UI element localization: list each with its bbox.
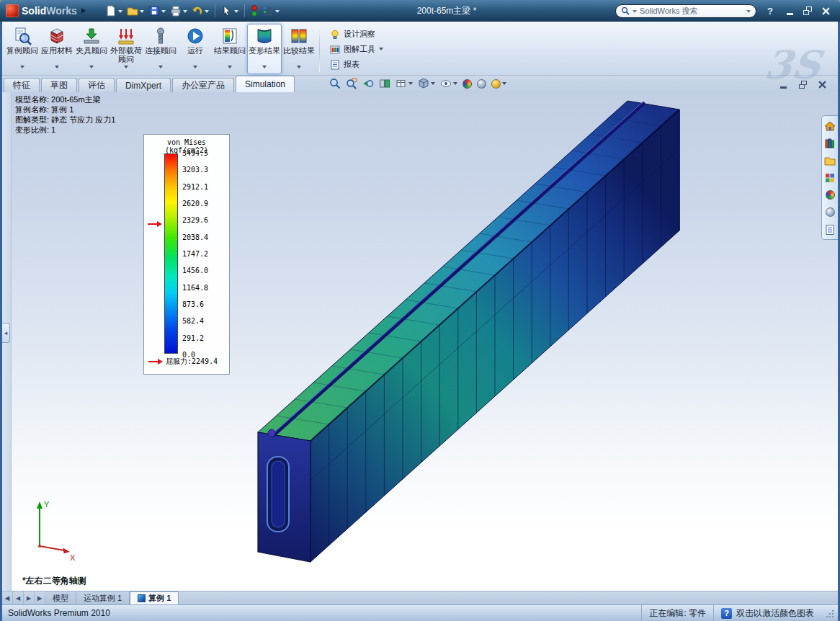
ribbon-button-label: 夹具顾问 bbox=[75, 46, 108, 64]
chevron-down-icon bbox=[275, 10, 280, 15]
yield-strength-row: 屈服力:2249.4 bbox=[148, 357, 218, 367]
chevron-down-icon bbox=[89, 66, 94, 71]
ribbon-button-run[interactable]: 运行 bbox=[178, 24, 213, 74]
tab-sketch[interactable]: 草图 bbox=[41, 78, 77, 92]
ribbon-button-apply-material[interactable]: 应用材料 bbox=[40, 24, 74, 74]
external-loads-icon bbox=[117, 27, 135, 45]
ribbon-button-compare-results[interactable]: 比较结果 bbox=[282, 24, 316, 74]
yield-arrow-icon bbox=[148, 358, 164, 365]
next-tab-button[interactable]: ▶ bbox=[24, 591, 35, 604]
previous-tab-button[interactable]: ◀ bbox=[13, 591, 24, 604]
new-document-button[interactable] bbox=[104, 4, 124, 17]
appearances-button[interactable] bbox=[824, 189, 836, 201]
menu-expand-icon[interactable] bbox=[81, 8, 89, 14]
tab-motion-study-1[interactable]: 运动算例 1 bbox=[76, 591, 130, 604]
ribbon-button-fixtures-advisor[interactable]: 夹具顾问 bbox=[74, 24, 109, 74]
edit-appearance-button[interactable] bbox=[463, 79, 472, 89]
plot-tools-button[interactable]: 图解工具 bbox=[327, 43, 386, 56]
books-icon bbox=[824, 138, 836, 149]
minimize-button[interactable] bbox=[785, 6, 794, 15]
side-button-label: 报表 bbox=[344, 59, 359, 70]
last-tab-button[interactable]: ▶ bbox=[35, 591, 45, 604]
tab-office-products[interactable]: 办公室产品 bbox=[172, 78, 234, 92]
hide-show-items-button[interactable] bbox=[440, 78, 457, 89]
view-palette-button[interactable] bbox=[824, 171, 836, 184]
chevron-down-icon bbox=[205, 10, 209, 15]
window-controls bbox=[785, 6, 830, 15]
previous-view-button[interactable] bbox=[362, 78, 374, 89]
minimize-icon bbox=[787, 13, 793, 15]
resize-grip[interactable] bbox=[826, 609, 835, 618]
tab-simulation[interactable]: Simulation bbox=[236, 76, 295, 92]
chevron-down-icon bbox=[297, 66, 301, 71]
print-button[interactable] bbox=[169, 4, 189, 17]
chevron-down-icon bbox=[124, 66, 128, 71]
scenes-button[interactable] bbox=[824, 206, 836, 218]
minimize-icon bbox=[780, 86, 787, 89]
first-tab-button[interactable]: ◀ bbox=[2, 591, 13, 604]
chevron-down-icon bbox=[379, 48, 383, 53]
rebuild-button[interactable] bbox=[249, 4, 259, 17]
ribbon-button-external-loads-advisor[interactable]: 外部载荷顾问 bbox=[109, 24, 143, 74]
tab-evaluate[interactable]: 评估 bbox=[79, 78, 115, 92]
open-button[interactable] bbox=[125, 4, 146, 17]
view-orientation-button[interactable] bbox=[396, 78, 413, 89]
model-info-annotation: 模型名称: 200t-65m主梁 算例名称: 算例 1 图解类型: 静态 节应力… bbox=[15, 94, 115, 135]
solidworks-logo: SolidWorks bbox=[6, 4, 89, 17]
tab-bar-filler bbox=[179, 591, 838, 604]
panel-collapse-tab[interactable]: ◂ bbox=[2, 323, 10, 343]
quick-toolbar bbox=[104, 4, 281, 17]
rebuild-icon bbox=[251, 5, 258, 17]
ribbon-button-connections-advisor[interactable]: 连接顾问 bbox=[143, 24, 178, 74]
doc-restore-button[interactable] bbox=[799, 81, 807, 89]
chevron-down-icon bbox=[55, 66, 59, 71]
search-input[interactable]: SolidWorks 搜索 bbox=[640, 6, 743, 17]
save-icon bbox=[148, 5, 160, 17]
custom-properties-button[interactable] bbox=[824, 223, 836, 236]
close-icon bbox=[822, 7, 830, 15]
section-view-button[interactable] bbox=[379, 78, 390, 89]
report-button[interactable]: 报表 bbox=[327, 58, 386, 71]
ribbon-button-study-advisor[interactable]: 算例顾问 bbox=[5, 24, 40, 74]
zoom-fit-button[interactable] bbox=[329, 78, 341, 89]
resources-home-button[interactable] bbox=[824, 120, 836, 132]
graphics-viewport[interactable]: 模型名称: 200t-65m主梁 算例名称: 算例 1 图解类型: 静态 节应力… bbox=[2, 92, 838, 591]
ribbon-group-divider bbox=[319, 26, 320, 72]
ribbon-button-deformed-result[interactable]: 变形结果 bbox=[247, 24, 282, 74]
help-hint-icon: ? bbox=[721, 608, 732, 619]
close-button[interactable] bbox=[821, 6, 830, 15]
chevron-down-icon[interactable] bbox=[633, 10, 637, 15]
design-library-button[interactable] bbox=[824, 137, 836, 149]
options-button[interactable] bbox=[261, 4, 281, 17]
print-icon bbox=[170, 5, 182, 17]
undo-button[interactable] bbox=[190, 4, 210, 17]
file-explorer-button[interactable] bbox=[824, 154, 836, 166]
restore-button[interactable] bbox=[803, 6, 812, 15]
zoom-area-button[interactable] bbox=[346, 78, 357, 89]
select-cursor-icon bbox=[221, 5, 233, 17]
legend-color-bar bbox=[164, 153, 178, 354]
doc-minimize-button[interactable] bbox=[779, 81, 787, 89]
simulation-study-icon bbox=[138, 594, 146, 602]
apply-scene-button[interactable] bbox=[477, 79, 486, 89]
study-name-line: 算例名称: 算例 1 bbox=[15, 104, 115, 115]
ribbon-button-label: 结果顾问 bbox=[213, 46, 246, 64]
search-box[interactable]: SolidWorks 搜索 bbox=[615, 4, 756, 18]
display-style-button[interactable] bbox=[418, 78, 435, 89]
ribbon-button-results-advisor[interactable]: 结果顾问 bbox=[213, 24, 247, 74]
help-button[interactable]: ? bbox=[767, 6, 773, 17]
tab-dimxpert[interactable]: DimXpert bbox=[116, 78, 171, 92]
doc-close-button[interactable] bbox=[818, 81, 826, 89]
chevron-down-icon[interactable] bbox=[746, 10, 751, 15]
tab-study-1[interactable]: 算例 1 bbox=[130, 591, 179, 604]
view-settings-button[interactable] bbox=[491, 79, 506, 89]
chevron-down-icon bbox=[431, 82, 435, 87]
select-tool-button[interactable] bbox=[220, 4, 240, 17]
design-insight-button[interactable]: 设计洞察 bbox=[327, 27, 386, 41]
tab-model[interactable]: 模型 bbox=[45, 591, 76, 604]
stress-legend[interactable]: von Mises (kgf/cm^2) 3494.5 3203.3 2912.… bbox=[143, 134, 230, 375]
fea-model-beam[interactable] bbox=[2, 92, 838, 591]
tab-features[interactable]: 特征 bbox=[4, 78, 40, 92]
design-insight-icon bbox=[330, 30, 340, 40]
save-button[interactable] bbox=[147, 4, 167, 17]
